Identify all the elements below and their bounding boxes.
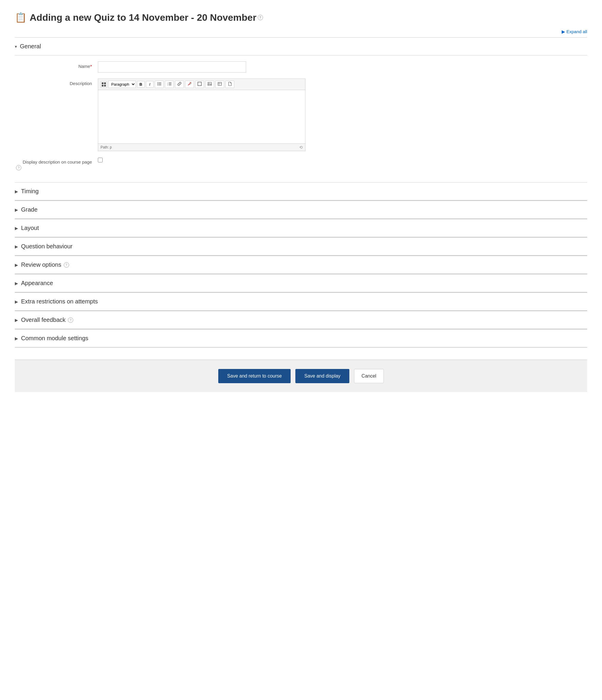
svg-rect-0 <box>102 82 103 84</box>
svg-text:3.: 3. <box>167 84 168 86</box>
display-desc-field-row: Display description on course page ? <box>15 157 587 170</box>
expand-all-chevron: ▶ <box>562 29 567 34</box>
editor-resize-handle[interactable]: ⟲ <box>299 145 303 150</box>
svg-rect-20 <box>218 82 221 85</box>
save-return-button[interactable]: Save and return to course <box>218 369 291 383</box>
section-timing: ▶ Timing <box>15 182 587 201</box>
section-grade-label: Grade <box>21 206 38 213</box>
display-desc-control <box>98 157 587 162</box>
section-overall-feedback-help-icon[interactable]: ? <box>68 318 73 323</box>
description-field-row: Description <box>15 78 587 151</box>
description-editor: Paragraph B I 1.2.3 <box>98 78 306 151</box>
section-extra-restrictions-header[interactable]: ▶ Extra restrictions on attempts <box>15 293 587 310</box>
section-grade: ▶ Grade <box>15 201 587 219</box>
expand-all-link[interactable]: ▶ Expand all <box>562 29 587 34</box>
section-layout: ▶ Layout <box>15 219 587 238</box>
section-general-content: Name* Description <box>15 55 587 182</box>
section-general-chevron: ▾ <box>15 44 17 49</box>
section-extra-restrictions-label: Extra restrictions on attempts <box>21 298 98 305</box>
svg-point-19 <box>209 83 209 83</box>
section-grade-header[interactable]: ▶ Grade <box>15 201 587 219</box>
toolbar-paragraph-select[interactable]: Paragraph <box>108 81 136 88</box>
expand-all-row: ▶ Expand all <box>15 29 587 34</box>
section-common-module-header[interactable]: ▶ Common module settings <box>15 329 587 347</box>
toolbar-file-btn[interactable] <box>225 81 234 88</box>
section-timing-label: Timing <box>21 188 39 195</box>
toolbar-ul-btn[interactable] <box>155 81 164 88</box>
footer-buttons: Save and return to course Save and displ… <box>15 359 587 392</box>
description-label: Description <box>15 78 98 86</box>
section-common-module-label: Common module settings <box>21 335 88 342</box>
editor-toolbar: Paragraph B I 1.2.3 <box>98 79 305 90</box>
description-editor-body[interactable] <box>98 90 305 144</box>
section-common-module: ▶ Common module settings <box>15 329 587 348</box>
section-timing-header[interactable]: ▶ Timing <box>15 182 587 200</box>
toolbar-unlink-btn[interactable] <box>185 81 194 88</box>
page-help-icon[interactable]: ? <box>258 15 263 20</box>
name-input[interactable] <box>98 61 246 73</box>
svg-rect-17 <box>198 82 201 86</box>
name-field-row: Name* <box>15 61 587 73</box>
toolbar-separator-btn[interactable] <box>195 81 204 88</box>
toolbar-ol-btn[interactable]: 1.2.3. <box>165 81 174 88</box>
section-review-options-header[interactable]: ▶ Review options ? <box>15 256 587 274</box>
toolbar-link-btn[interactable] <box>175 81 184 88</box>
section-appearance-chevron: ▶ <box>15 281 18 286</box>
section-timing-chevron: ▶ <box>15 189 18 194</box>
section-overall-feedback-chevron: ▶ <box>15 318 18 322</box>
cancel-button[interactable]: Cancel <box>354 369 384 383</box>
svg-rect-2 <box>102 85 103 86</box>
editor-footer: Path: p ⟲ <box>98 144 305 151</box>
svg-point-7 <box>157 82 158 83</box>
name-input-wrap <box>98 61 587 73</box>
toolbar-bold-btn[interactable]: B <box>137 81 145 88</box>
display-desc-help-icon[interactable]: ? <box>16 165 21 170</box>
section-review-options-chevron: ▶ <box>15 262 18 267</box>
toolbar-grid-icon[interactable] <box>100 81 107 88</box>
section-layout-header[interactable]: ▶ Layout <box>15 219 587 237</box>
section-overall-feedback: ▶ Overall feedback ? <box>15 311 587 329</box>
svg-point-9 <box>157 85 158 85</box>
section-overall-feedback-header[interactable]: ▶ Overall feedback ? <box>15 311 587 329</box>
section-general-label: General <box>20 43 41 50</box>
section-common-module-chevron: ▶ <box>15 336 18 341</box>
section-layout-label: Layout <box>21 225 39 231</box>
section-general: ▾ General Name* Description <box>15 38 587 182</box>
section-question-behaviour-chevron: ▶ <box>15 244 18 249</box>
section-general-header[interactable]: ▾ General <box>15 38 587 55</box>
toolbar-image-btn[interactable] <box>205 81 214 88</box>
section-overall-feedback-label: Overall feedback <box>21 317 66 323</box>
section-extra-restrictions: ▶ Extra restrictions on attempts <box>15 293 587 311</box>
description-editor-wrap: Paragraph B I 1.2.3 <box>98 78 587 151</box>
section-question-behaviour-header[interactable]: ▶ Question behaviour <box>15 238 587 255</box>
section-grade-chevron: ▶ <box>15 207 18 212</box>
svg-rect-3 <box>104 85 106 86</box>
section-appearance-label: Appearance <box>21 280 53 286</box>
section-appearance-header[interactable]: ▶ Appearance <box>15 274 587 292</box>
section-question-behaviour: ▶ Question behaviour <box>15 238 587 256</box>
svg-rect-1 <box>104 82 106 84</box>
section-appearance: ▶ Appearance <box>15 274 587 293</box>
section-review-options-label: Review options <box>21 261 62 268</box>
display-desc-label: Display description on course page ? <box>15 157 98 170</box>
name-label: Name* <box>15 61 98 69</box>
toolbar-italic-btn[interactable]: I <box>146 81 153 88</box>
section-review-options-label-group: Review options ? <box>21 261 69 268</box>
toolbar-media-btn[interactable] <box>215 81 224 88</box>
section-extra-restrictions-chevron: ▶ <box>15 299 18 304</box>
section-review-options: ▶ Review options ? <box>15 256 587 274</box>
section-layout-chevron: ▶ <box>15 226 18 230</box>
page-title: 📋 Adding a new Quiz to 14 November - 20 … <box>15 12 587 23</box>
svg-point-8 <box>157 83 158 84</box>
section-question-behaviour-label: Question behaviour <box>21 243 72 250</box>
section-overall-feedback-label-group: Overall feedback ? <box>21 317 73 323</box>
save-display-button[interactable]: Save and display <box>295 369 350 383</box>
display-desc-checkbox[interactable] <box>98 158 103 162</box>
section-review-options-help-icon[interactable]: ? <box>64 262 69 268</box>
quiz-icon: 📋 <box>15 12 27 23</box>
